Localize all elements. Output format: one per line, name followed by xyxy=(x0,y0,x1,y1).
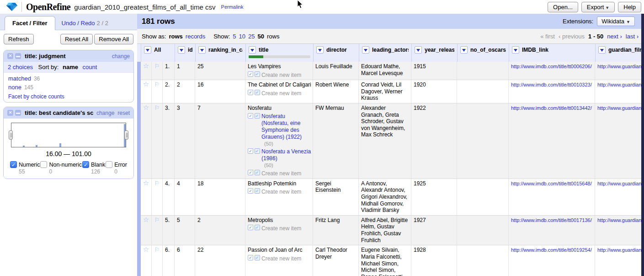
page-size-option[interactable]: 10 xyxy=(239,33,245,40)
help-button[interactable]: Help xyxy=(618,2,641,12)
page-size-option[interactable]: 5 xyxy=(233,33,236,40)
flag-icon[interactable]: ⚐ xyxy=(154,104,160,111)
guardian-link[interactable]: http://www.guardian.c xyxy=(597,247,644,253)
guardian-link[interactable]: http://www.guardian.c xyxy=(597,82,644,87)
imdb-link[interactable]: http://www.imdb.com/title/tt0019254/ xyxy=(511,247,592,253)
match-single-icon[interactable]: ✓ xyxy=(248,113,253,119)
match-single-icon[interactable]: ✓ xyxy=(248,170,253,175)
sort-name-option[interactable]: name xyxy=(63,64,78,70)
close-icon[interactable]: ✕ xyxy=(7,53,13,59)
imdb-link[interactable]: http://www.imdb.com/title/tt0013442/ xyxy=(511,105,592,111)
column-dropdown-button[interactable] xyxy=(460,46,468,54)
match-single-icon[interactable]: ✓ xyxy=(248,225,253,230)
flag-icon[interactable]: ⚐ xyxy=(154,81,160,88)
column-dropdown-button[interactable] xyxy=(512,46,519,54)
match-all-icon[interactable]: ✓ xyxy=(255,188,260,194)
candidate-link[interactable]: Nosferatu a Venezia (1986) xyxy=(261,148,311,162)
create-new-item-label[interactable]: Create new item xyxy=(261,255,301,262)
error-checkbox[interactable]: Error xyxy=(106,161,127,168)
page-size-active[interactable]: 50 xyxy=(258,33,264,40)
blank-checkbox[interactable]: ✓Blank xyxy=(82,161,105,168)
permalink-link[interactable]: Permalink xyxy=(221,4,244,10)
match-all-icon[interactable]: ✓ xyxy=(255,71,260,77)
page-size-option[interactable]: 25 xyxy=(248,33,255,40)
star-icon[interactable]: ☆ xyxy=(143,103,149,112)
tab-undo-redo[interactable]: Undo / Redo2 / 2 xyxy=(55,16,115,30)
guardian-link[interactable]: http://www.guardian.c xyxy=(597,181,644,186)
column-dropdown-button[interactable] xyxy=(415,46,422,54)
match-all-icon[interactable]: ✓ xyxy=(255,170,260,175)
match-single-icon[interactable]: ✓ xyxy=(248,90,253,95)
imdb-link[interactable]: http://www.imdb.com/title/tt0006206/ xyxy=(511,64,592,69)
match-single-icon[interactable]: ✓ xyxy=(248,255,253,260)
range-slider-right-handle[interactable] xyxy=(124,130,128,140)
candidate-link[interactable]: Nosferatu (Nosferatu, eine Symphonie des… xyxy=(261,113,311,141)
facet-choice-link[interactable]: none xyxy=(8,84,21,91)
match-all-icon[interactable]: ✓ xyxy=(255,148,260,154)
remove-all-button[interactable]: Remove All xyxy=(94,34,133,44)
last-page-link[interactable]: last › xyxy=(626,33,639,40)
match-all-icon[interactable]: ✓ xyxy=(255,225,260,230)
wikidata-extension-dropdown[interactable]: Wikidata▼ xyxy=(597,16,635,26)
reset-all-button[interactable]: Reset All xyxy=(60,34,93,44)
flag-icon[interactable]: ⚐ xyxy=(154,246,160,253)
tab-facet-filter[interactable]: Facet / Filter xyxy=(5,16,55,30)
sort-count-option[interactable]: count xyxy=(83,64,97,70)
guardian-link[interactable]: http://www.guardian.c xyxy=(597,64,644,69)
facet-by-choice-counts-link[interactable]: Facet by choice counts xyxy=(8,93,64,100)
imdb-link[interactable]: http://www.imdb.com/title/tt0017136/ xyxy=(511,217,592,223)
column-dropdown-button[interactable] xyxy=(598,46,606,54)
refresh-button[interactable]: Refresh xyxy=(4,34,34,44)
non-numeric-checkbox[interactable]: Non-numeric xyxy=(40,161,82,168)
match-single-icon[interactable]: ✓ xyxy=(248,188,253,194)
checkbox-icon[interactable] xyxy=(106,161,112,168)
create-new-item-label[interactable]: Create new item xyxy=(261,72,301,78)
mode-rows[interactable]: rows xyxy=(169,33,182,40)
column-dropdown-button[interactable] xyxy=(144,46,151,54)
star-icon[interactable]: ☆ xyxy=(143,179,149,187)
match-all-icon[interactable]: ✓ xyxy=(255,113,260,119)
export-button[interactable]: Export▼ xyxy=(581,2,615,12)
match-single-icon[interactable]: ✓ xyxy=(248,148,253,154)
range-slider-left-handle[interactable] xyxy=(9,130,13,140)
create-new-item-label[interactable]: Create new item xyxy=(261,90,301,97)
minimize-icon[interactable]: ▬ xyxy=(15,53,21,59)
flag-icon[interactable]: ⚐ xyxy=(154,63,160,70)
flag-icon[interactable]: ⚐ xyxy=(154,216,160,223)
star-icon[interactable]: ☆ xyxy=(143,80,149,88)
create-new-item-label[interactable]: Create new item xyxy=(261,170,301,177)
match-all-icon[interactable]: ✓ xyxy=(255,90,260,95)
match-all-icon[interactable]: ✓ xyxy=(255,255,260,260)
checkbox-icon[interactable]: ✓ xyxy=(10,161,17,168)
imdb-link[interactable]: http://www.imdb.com/title/tt0010323/ xyxy=(511,82,592,87)
choices-link[interactable]: 2 choices xyxy=(8,64,33,70)
app-name[interactable]: OpenRefine xyxy=(26,2,70,12)
guardian-link[interactable]: http://www.guardian.c xyxy=(597,105,644,111)
change-link[interactable]: change xyxy=(112,53,130,60)
close-icon[interactable]: ✕ xyxy=(7,110,13,116)
minimize-icon[interactable]: ▬ xyxy=(15,110,21,116)
imdb-link[interactable]: http://www.imdb.com/title/tt0015648/ xyxy=(511,181,592,186)
reset-link[interactable]: reset xyxy=(117,110,130,116)
column-dropdown-button[interactable] xyxy=(362,46,369,54)
star-icon[interactable]: ☆ xyxy=(143,245,149,254)
star-icon[interactable]: ☆ xyxy=(143,62,149,70)
open-button[interactable]: Open... xyxy=(548,2,578,12)
checkbox-icon[interactable] xyxy=(40,161,47,168)
flag-icon[interactable]: ⚐ xyxy=(154,180,160,187)
create-new-item-label[interactable]: Create new item xyxy=(261,225,301,232)
create-new-item-label[interactable]: Create new item xyxy=(261,189,301,195)
checkbox-icon[interactable]: ✓ xyxy=(82,161,89,168)
numeric-checkbox[interactable]: ✓Numeric xyxy=(10,161,40,168)
column-dropdown-button[interactable] xyxy=(249,46,256,54)
facet-choice-link[interactable]: matched xyxy=(8,75,31,82)
column-dropdown-button[interactable] xyxy=(316,46,324,54)
star-icon[interactable]: ☆ xyxy=(143,216,149,224)
guardian-link[interactable]: http://www.guardian.c xyxy=(597,217,644,223)
match-single-icon[interactable]: ✓ xyxy=(248,71,253,77)
mode-records[interactable]: records xyxy=(186,33,205,40)
next-page-link[interactable]: next › xyxy=(607,33,622,40)
change-link[interactable]: change xyxy=(96,110,114,116)
column-dropdown-button[interactable] xyxy=(178,46,185,54)
column-dropdown-button[interactable] xyxy=(198,46,206,54)
